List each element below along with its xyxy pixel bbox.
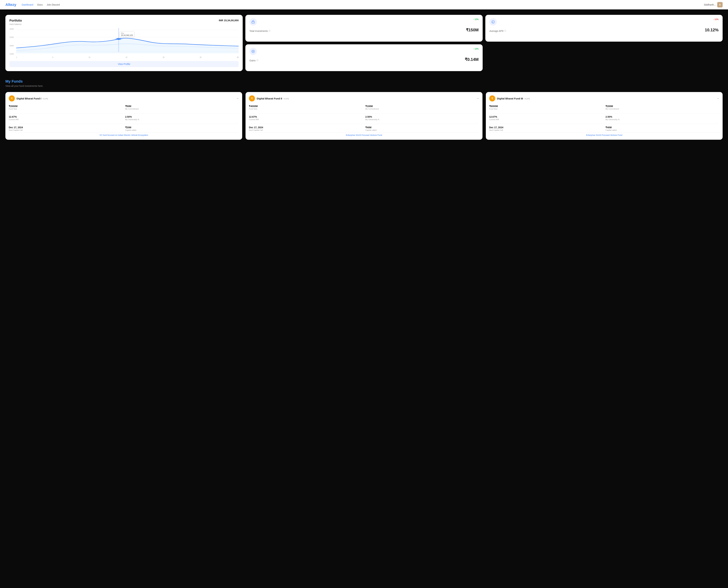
x-label-5: 5 — [52, 57, 53, 58]
fund-ownership-label-1: My Ownership % — [125, 119, 239, 121]
y-label-140: 140M — [9, 53, 16, 55]
fund-called-value-3: ₹40M — [605, 126, 719, 129]
portfolio-header: Portfolio INR 15,34,00,000 — [9, 19, 239, 22]
fund-size-value-3: ₹6000M — [489, 105, 603, 107]
fund-footer-3[interactable]: Enterprise SAAS Focused Venture Fund — [489, 132, 719, 136]
average-apr-card: $ ↓ 12% Average APR ⓘ 10.12% — [485, 15, 723, 42]
fund-footer-1[interactable]: VC fund focused on Indian Electric Vehic… — [9, 132, 239, 136]
view-profile-button[interactable]: View Profile — [9, 61, 239, 67]
fund-stats-1a: ₹2000M Fund Size ₹50M My Commitment — [9, 105, 239, 110]
investments-value: ₹150M — [466, 28, 478, 33]
x-label-15: 15 — [126, 57, 127, 58]
svg-point-11 — [252, 50, 255, 53]
x-label-25: 25 — [200, 57, 201, 58]
fund-irr-label-3: Current IRR — [489, 119, 603, 121]
fund-divider-2a — [249, 113, 479, 113]
investments-info-icon[interactable]: ⓘ — [269, 29, 271, 33]
section-title: My Funds — [5, 79, 723, 84]
fund-arrow-3[interactable]: → — [716, 97, 719, 100]
gains-label: Gains ⓘ — [250, 59, 258, 62]
gains-card: ↑ 12% Gains ⓘ ₹0.14M — [245, 44, 483, 71]
fund-size-label-1: Fund Size — [9, 108, 123, 110]
logo-alt: Alt — [5, 2, 10, 7]
x-label-10: 10 — [88, 57, 90, 58]
section-header: My Funds View all your fund investments … — [5, 79, 723, 87]
fund-card-header-1: ₹ Digital Bharat Fund I VC/PE → — [9, 96, 239, 102]
metric-card-top-apr: $ ↓ 12% — [489, 18, 719, 26]
fund-name-3: Digital Bharat Fund III VC/PE — [497, 97, 530, 100]
fund-card-header-3: ₹ Digital Bharat Fund III VC/PE → — [489, 96, 719, 102]
fund-commitment-value-2: ₹100M — [365, 105, 479, 107]
fund-stats-3b: 12.67% Current IRR 2.50% My Ownership % — [489, 115, 719, 121]
fund-arrow-2[interactable]: → — [476, 97, 479, 100]
nav-discord[interactable]: Join Discord — [47, 3, 60, 6]
fund-stat-commitment-2: ₹100M My Commitment — [365, 105, 479, 110]
fund-stats-2b: 12.67% Current IRR 2.50% My Ownership % — [249, 115, 479, 121]
fund-commitment-value-1: ₹50M — [125, 105, 239, 107]
fund-called-value-1: ₹20M — [125, 126, 239, 129]
avatar[interactable]: S — [717, 2, 723, 7]
fund-called-label-3: Capital called — [605, 129, 719, 131]
y-label-180: 180M — [9, 45, 16, 47]
fund-type-2: VC/PE — [283, 98, 289, 100]
fund-called-label-1: Capital called — [125, 129, 239, 131]
gains-info-icon[interactable]: ⓘ — [256, 59, 258, 62]
fund-stat-size-2: ₹4000M Fund Size — [249, 105, 363, 110]
fund-stat-ownership-1: 2.50% My Ownership % — [125, 115, 239, 121]
fund-footer-2[interactable]: Enterprise SAAS Focused Venture Fund — [249, 132, 479, 136]
metric-card-top-gains: ↑ 12% — [250, 48, 478, 55]
fund-card-2: ₹ Digital Bharat Fund II VC/PE → ₹4000M … — [245, 92, 482, 140]
y-label-260: 260M — [9, 28, 16, 30]
fund-called-value-2: ₹40M — [365, 126, 479, 129]
fund-commitment-label-2: My Commitment — [365, 108, 479, 110]
nav-dashboard[interactable]: Dashboard — [22, 3, 34, 6]
fund-call-label-1: Next Capital Call — [9, 129, 123, 131]
nav-docs[interactable]: Docs — [37, 3, 43, 6]
fund-icon-2: ₹ — [249, 96, 255, 102]
fund-name-2: Digital Bharat Fund II VC/PE — [257, 97, 289, 100]
fund-stats-1b: 12.67% Current IRR 2.50% My Ownership % — [9, 115, 239, 121]
fund-ownership-value-2: 2.50% — [365, 115, 479, 118]
metric-bottom-gains: Gains ⓘ ₹0.14M — [250, 57, 478, 62]
fund-size-value-1: ₹2000M — [9, 105, 123, 107]
x-label-30: 30 — [237, 57, 239, 58]
fund-stats-2c: Dec 17, 2024 Next Capital Call ₹40M Capi… — [249, 126, 479, 131]
fund-divider-3a — [489, 113, 719, 113]
fund-commitment-value-3: ₹200M — [605, 105, 719, 107]
apr-label: Average APR ⓘ — [489, 29, 506, 33]
metric-card-top: ↑ 12% — [250, 18, 478, 26]
fund-call-label-2: Next Capital Call — [249, 129, 363, 131]
gains-badge: ↑ 12% — [473, 48, 478, 50]
gains-icon — [250, 48, 257, 55]
fund-stat-called-3: ₹40M Capital called — [605, 126, 719, 131]
apr-info-icon[interactable]: ⓘ — [504, 29, 506, 33]
fund-stat-call-3: Dec 17, 2024 Next Capital Call — [489, 126, 603, 131]
logo: Altezy — [5, 2, 16, 7]
portfolio-card: Portfolio INR 15,34,00,000 track balance… — [5, 15, 243, 71]
top-section: Portfolio INR 15,34,00,000 track balance… — [5, 15, 723, 71]
fund-arrow-1[interactable]: → — [236, 97, 239, 100]
fund-type-1: VC/PE — [43, 98, 48, 100]
investments-icon — [250, 18, 257, 26]
total-investments-card: ↑ 12% Total Investments ⓘ ₹150M — [245, 15, 483, 42]
fund-stat-call-1: Dec 17, 2024 Next Capital Call — [9, 126, 123, 131]
tooltip-label: May — [121, 33, 133, 34]
fund-stat-commitment-3: ₹200M My Commitment — [605, 105, 719, 110]
fund-stats-2a: ₹4000M Fund Size ₹100M My Commitment — [249, 105, 479, 110]
fund-call-value-1: Dec 17, 2024 — [9, 126, 123, 129]
fund-size-label-3: Fund Size — [489, 108, 603, 110]
fund-stat-size-3: ₹6000M Fund Size — [489, 105, 603, 110]
nav-links: Dashboard Docs Join Discord — [22, 3, 704, 6]
x-label-20: 20 — [163, 57, 165, 58]
fund-irr-value-3: 12.67% — [489, 115, 603, 118]
nav-user: Siddharth... S — [704, 2, 723, 7]
fund-stat-ownership-2: 2.50% My Ownership % — [365, 115, 479, 121]
fund-card-3: ₹ Digital Bharat Fund III VC/PE → ₹6000M… — [486, 92, 723, 140]
fund-size-value-2: ₹4000M — [249, 105, 363, 107]
fund-card-1: ₹ Digital Bharat Fund I VC/PE → ₹2000M F… — [5, 92, 242, 140]
y-label-220: 220M — [9, 36, 16, 38]
funds-grid: ₹ Digital Bharat Fund I VC/PE → ₹2000M F… — [5, 92, 723, 140]
fund-call-value-3: Dec 17, 2024 — [489, 126, 603, 129]
fund-stat-called-2: ₹40M Capital called — [365, 126, 479, 131]
fund-ownership-value-3: 2.50% — [605, 115, 719, 118]
